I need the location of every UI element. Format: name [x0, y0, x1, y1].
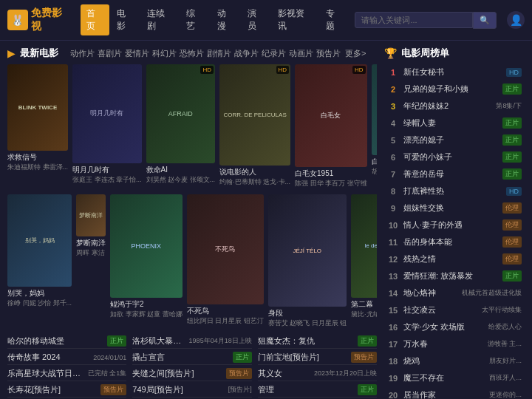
list-item-5[interactable]: 撬占宣言正片	[132, 350, 251, 365]
search-button[interactable]: 🔍	[473, 12, 497, 29]
movie-sub-1: 朱迪福斯特 弗雷泽...	[7, 163, 68, 172]
nav-actors[interactable]: 演员	[242, 4, 270, 35]
ranking-item-14[interactable]: 14地心烙神机械元首超级进化版	[384, 285, 525, 301]
movie-title-11: 不死鸟	[187, 306, 264, 316]
genre-scifi[interactable]: 科幻片	[152, 48, 177, 59]
genre-comedy[interactable]: 喜剧片	[98, 48, 122, 59]
movie-sub-12: 赛苦艾 赵晓飞 日月星辰 钮	[268, 318, 347, 328]
list-item-12[interactable]: 管理正片	[258, 383, 377, 398]
movie-card-10[interactable]: PHOENIX 鲲鸿于宇2 如欲 李家辉 赵童 蕾哈娜	[110, 194, 183, 328]
ranking-item-18[interactable]: 18烧鸡朋友好片...	[384, 353, 525, 369]
nav-home[interactable]: 首页	[81, 4, 109, 35]
ranking-item-10[interactable]: 10情人·妻子的外遇伦理	[384, 217, 525, 233]
movie-title-6: 白毛女1972	[372, 157, 377, 167]
movie-card-13[interactable]: le deuxième acte 第二幕 黛比·尤纳尔 林拂辰 林拂	[351, 194, 377, 328]
movie-thumb-2: 明月几时有	[72, 64, 142, 163]
list-item-10[interactable]: 长寿花[预告片]预告片	[7, 383, 126, 398]
ranking-item-1[interactable]: 1新任女秘书HD	[384, 64, 525, 80]
movie-card-9[interactable]: 梦断南洋 梦断南洋 周晖 寒洁	[76, 194, 106, 328]
movie-title-4: 说电影的人	[219, 167, 290, 177]
user-icon[interactable]: 👤	[507, 11, 525, 29]
genre-trailer[interactable]: 预告片	[316, 48, 341, 59]
ranking-item-2[interactable]: 2兄弟的媳子和小姨正片	[384, 81, 525, 97]
ranking-item-8[interactable]: 8打底裤性热HD	[384, 183, 525, 199]
genre-romance[interactable]: 爱情片	[125, 48, 149, 59]
nav-variety[interactable]: 综艺	[180, 4, 209, 35]
genre-anime[interactable]: 动画片	[289, 48, 313, 59]
movie-card-3[interactable]: AFRAIDHD 救命AI 刘昊然 赵今麦 张颂文...	[146, 64, 216, 188]
ranking-item-19[interactable]: 19魔三不存在西班牙人...	[384, 370, 525, 386]
ranking-item-9[interactable]: 9姐妹性交换伦理	[384, 200, 525, 216]
nav-movies[interactable]: 电影	[111, 4, 140, 35]
ranking-item-15[interactable]: 15社交凌云太平行动续集	[384, 302, 525, 318]
movie-sub-2: 张庭王 李连杰 章子怡...	[72, 175, 142, 185]
genre-drama[interactable]: 剧情片	[207, 48, 231, 59]
movie-card-11[interactable]: 不死鸟 不死鸟 纽比阿日 日月星辰 钮艺汀	[187, 194, 264, 328]
ranking-item-16[interactable]: 16文学·少女 欢场版给爱恋人心	[384, 319, 525, 335]
movie-card-8[interactable]: 别哭，妈妈 别哭，妈妈 徐峥 闫妮 沙怡 郑千...	[7, 194, 72, 328]
ranking-item-12[interactable]: 12残热之情伦理	[384, 251, 525, 267]
movie-thumb-8: 别哭，妈妈	[7, 194, 72, 286]
movie-thumb-1: BLINK TWICE	[7, 64, 68, 151]
movie-thumb-5: 白毛女HD	[295, 64, 367, 167]
nav-special[interactable]: 专题	[320, 4, 349, 35]
movie-sub-5: 陈强 田华 李百万 张守维	[295, 179, 367, 188]
ranking-item-6[interactable]: 6可爱的小妹子正片	[384, 149, 525, 165]
nav-anime[interactable]: 动漫	[211, 4, 240, 35]
ranking-item-5[interactable]: 5漂亮的媳子正片	[384, 132, 525, 148]
ranking-item-4[interactable]: 4绿帽人妻正片	[384, 115, 525, 131]
list-item-6[interactable]: 门前宝地[预告片]预告片	[258, 350, 377, 365]
movie-sub-8: 徐峥 闫妮 沙怡 郑千...	[7, 299, 72, 308]
list-item-3[interactable]: 狙魔女杰：复仇正片	[258, 334, 377, 349]
movie-title-13: 第二幕	[351, 299, 377, 310]
list-item-1[interactable]: 哈尔的移动城堡正片	[7, 334, 126, 349]
ranking-item-17[interactable]: 17万水春游牧善 主...	[384, 336, 525, 352]
movie-card-4[interactable]: CORR. DE PELICULASHD 说电影的人 约翰·巴蒂斯特 迭戈·卡.…	[219, 64, 290, 188]
genre-doc[interactable]: 纪录片	[262, 48, 286, 59]
ranking-item-13[interactable]: 13爱情狂潮: 放荡暴发正片	[384, 268, 525, 284]
movie-card-5[interactable]: 白毛女HD 白毛女1951 陈强 田华 李百万 张守维	[295, 64, 367, 188]
movie-card-12[interactable]: JÉJÍ TÉLO 身段 赛苦艾 赵晓飞 日月星辰 钮	[268, 194, 347, 328]
movie-title-5: 白毛女1951	[295, 168, 367, 179]
ranking-item-3[interactable]: 3年纪的妹妹2第8集/下	[384, 98, 525, 114]
ranking-item-20[interactable]: 20居当作家更迷你的...	[384, 387, 525, 399]
ranking-title: 电影周榜单	[401, 47, 449, 60]
movie-thumb-9: 梦断南洋	[76, 194, 106, 236]
genre-war[interactable]: 战争片	[234, 48, 259, 59]
list-item-4[interactable]: 传奇故事 20242024/01/01	[7, 350, 126, 365]
movie-sub-11: 纽比阿日 日月星辰 钮艺汀	[187, 316, 264, 326]
movie-thumb-3: AFRAIDHD	[146, 64, 216, 163]
search-input[interactable]	[355, 12, 473, 28]
list-item-11[interactable]: 749局[预告片][预告片]	[132, 383, 251, 398]
left-section: ▶ 最新电影 动作片 喜剧片 爱情片 科幻片 恐怖片 剧情片 战争片 纪录片 动…	[7, 47, 377, 399]
section-title-area: ▶ 最新电影	[7, 47, 58, 60]
list-item-7[interactable]: 乐高星球大战节日特送已完结 全1集	[7, 366, 126, 381]
genre-action[interactable]: 动作片	[70, 48, 95, 59]
movie-card-2[interactable]: 明月几时有 明月几时有 张庭王 李连杰 章子怡...	[72, 64, 142, 188]
movie-sub-3: 刘昊然 赵今麦 张颂文...	[146, 175, 216, 185]
nav-news[interactable]: 影视资讯	[272, 4, 318, 35]
ranking-item-11[interactable]: 11岳的身体本能伦理	[384, 234, 525, 250]
section-header: ▶ 最新电影 动作片 喜剧片 爱情片 科幻片 恐怖片 剧情片 战争片 纪录片 动…	[7, 47, 377, 60]
logo-text: 免费影视	[31, 7, 72, 33]
right-section: 🏆 电影周榜单 1新任女秘书HD 2兄弟的媳子和小姨正片 3年纪的妹妹2第8集/…	[384, 47, 525, 399]
movie-thumb-12: JÉJÍ TÉLO	[268, 194, 347, 307]
movie-card-6[interactable]: 白毛女1972 白毛女1972 胡松华 石钟琴 茅惠芳	[372, 64, 377, 188]
movie-grid-row2: 别哭，妈妈 别哭，妈妈 徐峥 闫妮 沙怡 郑千... 梦断南洋 梦断南洋 周晖 …	[7, 194, 377, 328]
main-content: ▶ 最新电影 动作片 喜剧片 爱情片 科幻片 恐怖片 剧情片 战争片 纪录片 动…	[0, 41, 532, 399]
movie-sub-4: 约翰·巴蒂斯特 迭戈·卡...	[219, 177, 290, 187]
movie-card-1[interactable]: BLINK TWICE 求救信号 朱迪福斯特 弗雷泽...	[7, 64, 68, 188]
movie-thumb-6: 白毛女1972	[372, 64, 377, 155]
movie-thumb-13: le deuxième acte	[351, 194, 377, 297]
more-genres-button[interactable]: 更多>	[345, 48, 366, 59]
genre-horror[interactable]: 恐怖片	[180, 48, 204, 59]
nav-series[interactable]: 连续剧	[141, 4, 179, 35]
movie-title-10: 鲲鸿于宇2	[110, 299, 183, 310]
ranking-list: 1新任女秘书HD 2兄弟的媳子和小姨正片 3年纪的妹妹2第8集/下 4绿帽人妻正…	[384, 64, 525, 399]
movie-title-12: 身段	[268, 308, 347, 318]
list-item-8[interactable]: 夹缝之间[预告片]预告片	[132, 366, 251, 381]
list-item-9[interactable]: 其义女2023年12月20日上映	[258, 366, 377, 381]
list-item-2[interactable]: 洛杉矶大暴乱 19921985年04月18日上映	[132, 334, 251, 349]
genre-tags: 动作片 喜剧片 爱情片 科幻片 恐怖片 剧情片 战争片 纪录片 动画片 预告片 …	[70, 48, 366, 59]
ranking-item-7[interactable]: 7善意的岳母正片	[384, 166, 525, 182]
